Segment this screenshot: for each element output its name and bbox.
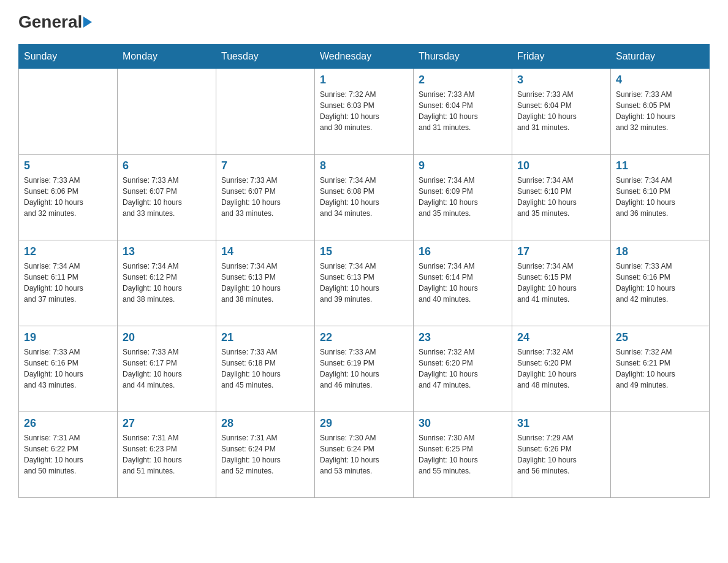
calendar-cell: 25Sunrise: 7:32 AMSunset: 6:21 PMDayligh… (611, 326, 710, 412)
calendar-cell: 17Sunrise: 7:34 AMSunset: 6:15 PMDayligh… (512, 240, 611, 326)
day-info: Sunrise: 7:31 AMSunset: 6:22 PMDaylight:… (24, 432, 112, 477)
calendar-cell: 21Sunrise: 7:33 AMSunset: 6:18 PMDayligh… (216, 326, 315, 412)
day-info: Sunrise: 7:31 AMSunset: 6:23 PMDaylight:… (123, 432, 211, 477)
day-info: Sunrise: 7:32 AMSunset: 6:20 PMDaylight:… (517, 347, 605, 391)
day-number: 23 (419, 331, 507, 344)
calendar-cell: 4Sunrise: 7:33 AMSunset: 6:05 PMDaylight… (611, 69, 710, 155)
calendar-cell (611, 412, 710, 498)
calendar-cell: 11Sunrise: 7:34 AMSunset: 6:10 PMDayligh… (611, 155, 710, 240)
logo: General (18, 12, 93, 32)
day-info: Sunrise: 7:33 AMSunset: 6:06 PMDaylight:… (24, 175, 112, 219)
day-info: Sunrise: 7:32 AMSunset: 6:21 PMDaylight:… (616, 347, 704, 391)
column-header-tuesday: Tuesday (216, 45, 315, 69)
calendar-cell (19, 69, 118, 155)
day-info: Sunrise: 7:32 AMSunset: 6:03 PMDaylight:… (320, 89, 408, 133)
column-header-friday: Friday (512, 45, 611, 69)
day-number: 16 (419, 245, 507, 258)
day-number: 9 (419, 159, 507, 172)
day-number: 31 (517, 417, 605, 430)
day-info: Sunrise: 7:33 AMSunset: 6:18 PMDaylight:… (221, 347, 309, 391)
day-info: Sunrise: 7:34 AMSunset: 6:10 PMDaylight:… (616, 175, 704, 219)
calendar-cell: 2Sunrise: 7:33 AMSunset: 6:04 PMDaylight… (414, 69, 512, 155)
calendar-week-row: 5Sunrise: 7:33 AMSunset: 6:06 PMDaylight… (19, 155, 710, 240)
day-info: Sunrise: 7:33 AMSunset: 6:04 PMDaylight:… (419, 89, 507, 133)
day-info: Sunrise: 7:33 AMSunset: 6:07 PMDaylight:… (123, 175, 211, 219)
day-info: Sunrise: 7:34 AMSunset: 6:08 PMDaylight:… (320, 175, 408, 219)
day-info: Sunrise: 7:33 AMSunset: 6:05 PMDaylight:… (616, 89, 704, 133)
calendar-cell: 10Sunrise: 7:34 AMSunset: 6:10 PMDayligh… (512, 155, 611, 240)
calendar-cell: 27Sunrise: 7:31 AMSunset: 6:23 PMDayligh… (118, 412, 216, 498)
day-number: 29 (320, 417, 408, 430)
day-number: 25 (616, 331, 704, 344)
day-info: Sunrise: 7:33 AMSunset: 6:16 PMDaylight:… (616, 261, 704, 305)
day-number: 26 (24, 417, 112, 430)
day-number: 11 (616, 159, 704, 172)
calendar-cell: 26Sunrise: 7:31 AMSunset: 6:22 PMDayligh… (19, 412, 118, 498)
calendar-week-row: 19Sunrise: 7:33 AMSunset: 6:16 PMDayligh… (19, 326, 710, 412)
calendar-cell: 28Sunrise: 7:31 AMSunset: 6:24 PMDayligh… (216, 412, 315, 498)
day-number: 1 (320, 74, 408, 86)
day-number: 22 (320, 331, 408, 344)
calendar-cell: 6Sunrise: 7:33 AMSunset: 6:07 PMDaylight… (118, 155, 216, 240)
day-number: 28 (221, 417, 309, 430)
calendar-cell: 30Sunrise: 7:30 AMSunset: 6:25 PMDayligh… (414, 412, 512, 498)
day-number: 3 (517, 74, 605, 86)
logo-arrow-icon (83, 17, 92, 28)
day-number: 10 (517, 159, 605, 172)
day-info: Sunrise: 7:34 AMSunset: 6:14 PMDaylight:… (419, 261, 507, 305)
day-info: Sunrise: 7:32 AMSunset: 6:20 PMDaylight:… (419, 347, 507, 391)
day-info: Sunrise: 7:33 AMSunset: 6:17 PMDaylight:… (123, 347, 211, 391)
calendar-week-row: 26Sunrise: 7:31 AMSunset: 6:22 PMDayligh… (19, 412, 710, 498)
day-info: Sunrise: 7:33 AMSunset: 6:16 PMDaylight:… (24, 347, 112, 391)
day-info: Sunrise: 7:34 AMSunset: 6:12 PMDaylight:… (123, 261, 211, 305)
day-number: 20 (123, 331, 211, 344)
calendar-cell: 5Sunrise: 7:33 AMSunset: 6:06 PMDaylight… (19, 155, 118, 240)
calendar-header-row: SundayMondayTuesdayWednesdayThursdayFrid… (19, 45, 710, 69)
calendar-cell: 24Sunrise: 7:32 AMSunset: 6:20 PMDayligh… (512, 326, 611, 412)
day-info: Sunrise: 7:30 AMSunset: 6:24 PMDaylight:… (320, 432, 408, 477)
day-number: 13 (123, 245, 211, 258)
day-number: 18 (616, 245, 704, 258)
day-info: Sunrise: 7:34 AMSunset: 6:13 PMDaylight:… (221, 261, 309, 305)
day-info: Sunrise: 7:33 AMSunset: 6:07 PMDaylight:… (221, 175, 309, 219)
calendar-cell: 16Sunrise: 7:34 AMSunset: 6:14 PMDayligh… (414, 240, 512, 326)
day-number: 2 (419, 74, 507, 86)
day-number: 14 (221, 245, 309, 258)
calendar-cell: 29Sunrise: 7:30 AMSunset: 6:24 PMDayligh… (315, 412, 414, 498)
day-number: 6 (123, 159, 211, 172)
day-info: Sunrise: 7:34 AMSunset: 6:11 PMDaylight:… (24, 261, 112, 305)
calendar-cell: 18Sunrise: 7:33 AMSunset: 6:16 PMDayligh… (611, 240, 710, 326)
column-header-thursday: Thursday (414, 45, 512, 69)
calendar-cell (118, 69, 216, 155)
calendar-table: SundayMondayTuesdayWednesdayThursdayFrid… (18, 44, 710, 498)
day-info: Sunrise: 7:34 AMSunset: 6:13 PMDaylight:… (320, 261, 408, 305)
calendar-cell: 12Sunrise: 7:34 AMSunset: 6:11 PMDayligh… (19, 240, 118, 326)
calendar-cell: 3Sunrise: 7:33 AMSunset: 6:04 PMDaylight… (512, 69, 611, 155)
page-header: General (18, 12, 710, 32)
calendar-cell: 23Sunrise: 7:32 AMSunset: 6:20 PMDayligh… (414, 326, 512, 412)
calendar-cell: 1Sunrise: 7:32 AMSunset: 6:03 PMDaylight… (315, 69, 414, 155)
day-info: Sunrise: 7:34 AMSunset: 6:15 PMDaylight:… (517, 261, 605, 305)
day-number: 27 (123, 417, 211, 430)
calendar-cell: 8Sunrise: 7:34 AMSunset: 6:08 PMDaylight… (315, 155, 414, 240)
column-header-wednesday: Wednesday (315, 45, 414, 69)
logo-general-text: General (18, 12, 82, 32)
day-number: 19 (24, 331, 112, 344)
calendar-cell (216, 69, 315, 155)
day-info: Sunrise: 7:34 AMSunset: 6:09 PMDaylight:… (419, 175, 507, 219)
day-number: 15 (320, 245, 408, 258)
calendar-cell: 7Sunrise: 7:33 AMSunset: 6:07 PMDaylight… (216, 155, 315, 240)
day-info: Sunrise: 7:29 AMSunset: 6:26 PMDaylight:… (517, 432, 605, 477)
calendar-cell: 15Sunrise: 7:34 AMSunset: 6:13 PMDayligh… (315, 240, 414, 326)
day-number: 8 (320, 159, 408, 172)
day-number: 17 (517, 245, 605, 258)
day-number: 21 (221, 331, 309, 344)
calendar-cell: 22Sunrise: 7:33 AMSunset: 6:19 PMDayligh… (315, 326, 414, 412)
column-header-monday: Monday (118, 45, 216, 69)
day-number: 24 (517, 331, 605, 344)
day-info: Sunrise: 7:33 AMSunset: 6:19 PMDaylight:… (320, 347, 408, 391)
calendar-week-row: 12Sunrise: 7:34 AMSunset: 6:11 PMDayligh… (19, 240, 710, 326)
day-number: 5 (24, 159, 112, 172)
day-info: Sunrise: 7:33 AMSunset: 6:04 PMDaylight:… (517, 89, 605, 133)
calendar-cell: 20Sunrise: 7:33 AMSunset: 6:17 PMDayligh… (118, 326, 216, 412)
